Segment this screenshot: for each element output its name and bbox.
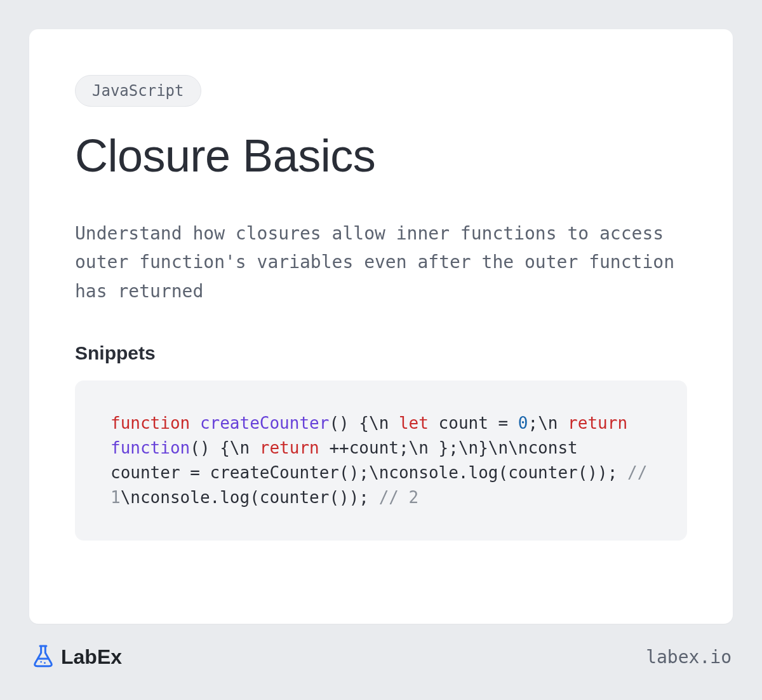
footer-url: labex.io (646, 647, 732, 668)
code-token: count = (429, 414, 518, 433)
code-token: return (260, 438, 319, 457)
code-token: // 2 (379, 488, 419, 507)
code-snippet: function createCounter() {\n let count =… (75, 380, 687, 541)
content-card: JavaScript Closure Basics Understand how… (29, 29, 733, 624)
footer: LabEx labex.io (29, 624, 733, 671)
code-token: () {\n (329, 414, 399, 433)
code-token: function (110, 438, 190, 457)
code-token: \nconsole.log(counter()); (121, 488, 379, 507)
code-token: createCounter (200, 414, 330, 433)
code-token: ;\n (528, 414, 568, 433)
brand-name: LabEx (61, 645, 122, 669)
svg-point-1 (40, 661, 42, 663)
code-token: 0 (518, 414, 528, 433)
code-token: let (399, 414, 429, 433)
brand-logo: LabEx (30, 643, 122, 671)
page-title: Closure Basics (75, 130, 687, 182)
code-token: function (110, 414, 190, 433)
snippets-heading: Snippets (75, 342, 687, 364)
code-token: () {\n (190, 438, 260, 457)
code-token: return (568, 414, 627, 433)
description-text: Understand how closures allow inner func… (75, 219, 687, 306)
svg-point-2 (44, 662, 46, 664)
flask-icon (30, 643, 56, 671)
code-token (190, 414, 200, 433)
language-badge: JavaScript (75, 75, 201, 107)
